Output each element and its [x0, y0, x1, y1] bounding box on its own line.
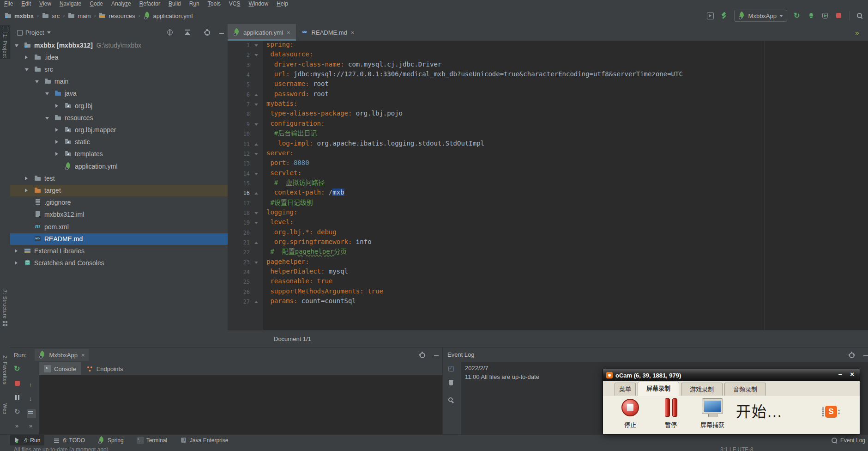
fold-marker-icon[interactable]: [254, 54, 258, 56]
menu-item-file[interactable]: File: [0, 0, 17, 7]
run-config-tab[interactable]: MxbbxApp ×: [35, 349, 89, 361]
tree-item[interactable]: org.lbj.mapper: [10, 124, 228, 136]
code-line[interactable]: org.lbj.*: debug: [266, 227, 337, 237]
expanded-arrow-icon[interactable]: [15, 44, 18, 47]
code-line[interactable]: #设置日记级别: [266, 198, 313, 207]
fold-marker-icon[interactable]: [254, 242, 258, 244]
fold-marker-icon[interactable]: [254, 212, 258, 214]
collapsed-arrow-icon[interactable]: [15, 261, 18, 265]
menu-item-help[interactable]: Help: [272, 0, 292, 7]
ocam-tab-屏幕录制[interactable]: 屏幕录制: [638, 382, 679, 396]
menu-item-run[interactable]: Run: [185, 0, 204, 7]
tree-item[interactable]: mxbbx312.iml: [10, 209, 228, 220]
code-line[interactable]: driver-class-name: com.mysql.cj.jdbc.Dri…: [266, 60, 441, 69]
breadcrumb-item[interactable]: resources: [99, 12, 135, 19]
gear-icon[interactable]: [203, 29, 211, 36]
code-line[interactable]: configuration:: [266, 119, 325, 128]
code-line[interactable]: spring:: [266, 40, 294, 49]
tree-item[interactable]: application.yml: [10, 161, 228, 172]
fold-marker-icon[interactable]: [254, 123, 258, 126]
ocam-pause-icon[interactable]: [672, 398, 677, 417]
collapsed-arrow-icon[interactable]: [55, 152, 58, 156]
fold-marker-icon[interactable]: [254, 301, 258, 303]
tree-item[interactable]: static: [10, 136, 228, 148]
tool-stripe-favorites[interactable]: 2: Favorites: [0, 354, 10, 386]
run-anything-icon[interactable]: [706, 12, 714, 19]
tree-item[interactable]: target: [10, 185, 228, 196]
ocam-stop-icon[interactable]: [621, 399, 639, 416]
tree-item[interactable]: org.lbj: [10, 100, 228, 112]
code-line[interactable]: supportMethodsArguments: true: [266, 286, 383, 296]
code-line[interactable]: reasonable: true: [266, 276, 332, 286]
hide-panel-icon[interactable]: [218, 29, 225, 36]
sogou-logo-icon[interactable]: S: [825, 406, 837, 418]
fold-marker-icon[interactable]: [254, 143, 258, 146]
tool-stripe-project[interactable]: 1: Project: [0, 25, 10, 59]
close-icon[interactable]: ×: [351, 29, 355, 36]
project-panel-title[interactable]: Project: [25, 29, 44, 36]
expanded-arrow-icon[interactable]: [45, 92, 49, 95]
build-hammer-icon[interactable]: [720, 12, 728, 19]
locate-file-icon[interactable]: [166, 29, 174, 36]
fold-marker-icon[interactable]: [254, 94, 258, 96]
code-area[interactable]: spring: datasource: driver-class-name: c…: [266, 40, 857, 330]
code-line[interactable]: #后台输出日记: [266, 128, 317, 138]
code-line[interactable]: username: root: [266, 79, 329, 89]
menu-item-analyze[interactable]: Analyze: [107, 0, 135, 7]
tool-window-button-terminal[interactable]: Terminal: [133, 435, 171, 446]
chevron-down-icon[interactable]: [47, 31, 51, 34]
fold-marker-icon[interactable]: [254, 192, 258, 195]
search-everywhere-icon[interactable]: [856, 12, 863, 19]
ocam-pause-icon[interactable]: [665, 398, 670, 417]
close-icon[interactable]: ×: [81, 352, 85, 359]
ocam-capture-icon[interactable]: [702, 399, 723, 414]
expanded-arrow-icon[interactable]: [35, 80, 39, 83]
editor-tab-README.md[interactable]: README.md×: [296, 24, 360, 41]
hide-panel-icon[interactable]: [862, 351, 868, 359]
tree-item[interactable]: src: [10, 64, 228, 75]
tree-item[interactable]: README.md: [10, 233, 228, 245]
breadcrumb-item[interactable]: application.yml: [144, 12, 193, 19]
run-button[interactable]: [794, 12, 801, 19]
menu-item-tools[interactable]: Tools: [204, 0, 225, 7]
code-line[interactable]: server:: [266, 148, 294, 158]
console-output[interactable]: [39, 375, 442, 435]
code-line[interactable]: # 虚拟访问路径: [266, 178, 325, 188]
code-line[interactable]: helperDialect: mysql: [266, 267, 348, 276]
collapse-all-icon[interactable]: [184, 29, 191, 36]
mark-all-read-icon[interactable]: [447, 365, 455, 372]
tree-item[interactable]: External Libraries: [10, 245, 228, 257]
tree-item[interactable]: pom.xml: [10, 221, 228, 233]
code-line[interactable]: datasource:: [266, 49, 313, 59]
collapsed-arrow-icon[interactable]: [25, 55, 28, 59]
restart-icon[interactable]: [14, 408, 21, 416]
code-line[interactable]: log-impl: org.apache.ibatis.logging.stdo…: [266, 139, 484, 148]
menu-item-navigate[interactable]: Navigate: [55, 0, 85, 7]
settings-wrench-icon[interactable]: [447, 396, 455, 404]
menu-item-view[interactable]: View: [35, 0, 55, 7]
rerun-icon[interactable]: [14, 365, 21, 372]
editor-gutter[interactable]: 1234567891011121314151617181920212223242…: [228, 41, 263, 330]
code-line[interactable]: level:: [266, 217, 294, 227]
code-line[interactable]: url: jdbc:mysql://127.0.0.1:3306/medical…: [266, 69, 683, 79]
tree-item[interactable]: resources: [10, 112, 228, 124]
editor-tab-application.yml[interactable]: application.yml×: [228, 24, 296, 41]
breadcrumb-item[interactable]: main: [68, 12, 90, 19]
collapsed-arrow-icon[interactable]: [15, 249, 18, 253]
ocam-tab-游戏录制[interactable]: 游戏录制: [681, 383, 723, 396]
ocam-title-bar[interactable]: oCam (6, 39, 1881, 979) – ×: [603, 369, 860, 381]
tool-window-button-spring[interactable]: Spring: [94, 435, 128, 446]
breadcrumb-item[interactable]: src: [42, 12, 60, 19]
hidden-tabs-icon[interactable]: »: [855, 29, 859, 37]
more-actions-icon[interactable]: [14, 423, 21, 430]
run-view-tab-endpoints[interactable]: Endpoints: [81, 362, 128, 375]
expanded-arrow-icon[interactable]: [25, 68, 29, 71]
stop-button[interactable]: [835, 12, 843, 19]
run-configuration-selector[interactable]: MxbbxApp: [734, 10, 787, 22]
code-line[interactable]: params: count=countSql: [266, 296, 356, 306]
fold-marker-icon[interactable]: [254, 173, 258, 175]
code-line[interactable]: port: 8080: [266, 158, 309, 168]
code-line[interactable]: mybatis:: [266, 99, 297, 109]
drag-grip-icon[interactable]: [822, 407, 824, 417]
coverage-run-button[interactable]: [821, 12, 829, 19]
